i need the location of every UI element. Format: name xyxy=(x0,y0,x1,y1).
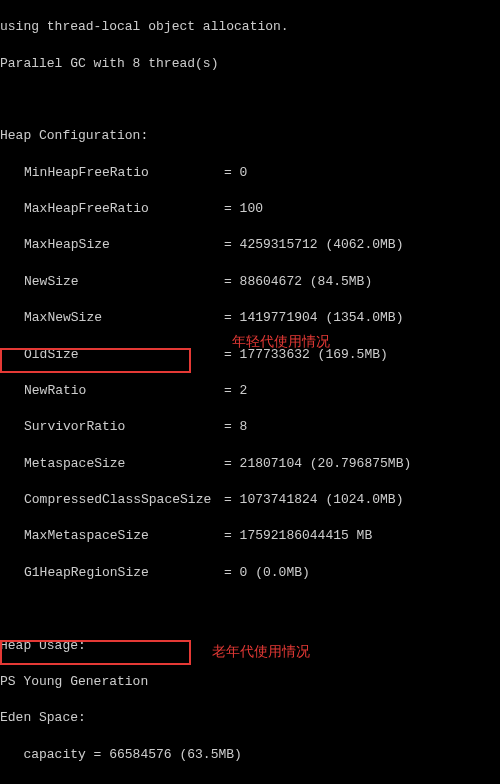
cfg-val: = 1073741824 (1024.0MB) xyxy=(224,492,403,507)
cfg-key: MaxNewSize xyxy=(24,309,224,327)
cfg-key: MaxHeapSize xyxy=(24,236,224,254)
eden-title: Eden Space: xyxy=(0,709,500,727)
heap-config-title: Heap Configuration: xyxy=(0,127,500,145)
cfg-key: SurvivorRatio xyxy=(24,418,224,436)
cfg-val: = 21807104 (20.796875MB) xyxy=(224,456,411,471)
cfg-key: MaxMetaspaceSize xyxy=(24,527,224,545)
cfg-val: = 100 xyxy=(224,201,263,216)
intro-line: using thread-local object allocation. xyxy=(0,18,500,36)
young-gen-label: PS Young Generation xyxy=(0,673,500,691)
cfg-key: MetaspaceSize xyxy=(24,455,224,473)
cfg-key: NewSize xyxy=(24,273,224,291)
cfg-val: = 88604672 (84.5MB) xyxy=(224,274,372,289)
cfg-val: = 177733632 (169.5MB) xyxy=(224,347,388,362)
cfg-val: = 1419771904 (1354.0MB) xyxy=(224,310,403,325)
intro-line: Parallel GC with 8 thread(s) xyxy=(0,55,500,73)
cfg-key: MinHeapFreeRatio xyxy=(24,164,224,182)
cfg-val: = 17592186044415 MB xyxy=(224,528,372,543)
eden-cap: capacity = 66584576 (63.5MB) xyxy=(0,746,500,764)
cfg-val: = 0 (0.0MB) xyxy=(224,565,310,580)
cfg-key: MaxHeapFreeRatio xyxy=(24,200,224,218)
cfg-val: = 2 xyxy=(224,383,247,398)
cfg-key: NewRatio xyxy=(24,382,224,400)
cfg-key: CompressedClassSpaceSize xyxy=(24,491,224,509)
cfg-key: OldSize xyxy=(24,346,224,364)
terminal-output: using thread-local object allocation. Pa… xyxy=(0,0,500,784)
cfg-val: = 0 xyxy=(224,165,247,180)
heap-usage-title: Heap Usage: xyxy=(0,637,500,655)
cfg-key: G1HeapRegionSize xyxy=(24,564,224,582)
cfg-val: = 8 xyxy=(224,419,247,434)
cfg-val: = 4259315712 (4062.0MB) xyxy=(224,237,403,252)
